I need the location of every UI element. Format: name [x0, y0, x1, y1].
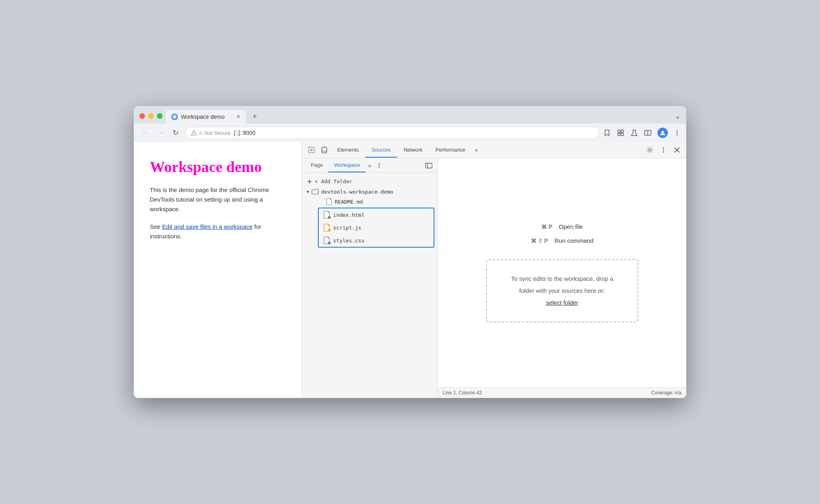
devtools-more-icon[interactable]: [657, 144, 669, 156]
svg-point-12: [677, 134, 678, 136]
devtools-panel: Elements Sources Network Performance »: [302, 142, 686, 398]
shortcut-open-keys: ⌘ P: [541, 224, 552, 230]
profile-avatar[interactable]: [657, 128, 668, 138]
tab-network[interactable]: Network: [397, 143, 429, 158]
sources-subtabs: Page Workspace »: [302, 158, 438, 173]
file-readme[interactable]: README.md: [302, 196, 438, 207]
file-css-icon: [323, 236, 331, 245]
svg-rect-5: [621, 133, 623, 136]
tabs-more-button[interactable]: »: [472, 143, 481, 157]
svg-point-20: [663, 152, 664, 153]
devtools-header-right: [644, 144, 683, 156]
file-html-name: index.html: [333, 212, 364, 218]
svg-point-14: [311, 149, 312, 151]
add-folder-label: + Add folder: [315, 178, 352, 184]
toolbar-icons: [603, 128, 681, 138]
bookmark-icon[interactable]: [603, 129, 611, 137]
devtools-tabs: Elements Sources Network Performance »: [302, 142, 686, 158]
svg-point-0: [173, 115, 177, 119]
forward-button[interactable]: →: [155, 127, 166, 138]
tab-close-button[interactable]: ×: [237, 113, 240, 120]
file-index-html[interactable]: index.html: [319, 208, 434, 221]
svg-rect-2: [618, 130, 620, 132]
shortcut-run-keys: ⌘ ⇧ P: [531, 238, 548, 244]
svg-point-18: [663, 148, 664, 149]
device-toolbar-icon[interactable]: [318, 142, 331, 158]
traffic-lights: [139, 113, 163, 124]
tab-performance[interactable]: Performance: [429, 143, 472, 158]
shortcut-open-file: ⌘ P Open file: [541, 223, 583, 230]
security-warning: ! ⚠ Not Secure: [191, 130, 231, 136]
tab-title: Workspace demo: [181, 114, 225, 120]
svg-point-17: [649, 149, 651, 151]
svg-point-25: [379, 167, 380, 168]
devtools-settings-icon[interactable]: [644, 144, 656, 156]
maximize-traffic-light[interactable]: [157, 113, 163, 119]
file-styles-css[interactable]: styles.css: [319, 234, 434, 247]
svg-point-10: [677, 130, 678, 132]
page-see-also: See Edit and save files in a workspace f…: [150, 222, 285, 241]
svg-point-11: [677, 132, 678, 134]
labs-icon[interactable]: [630, 129, 638, 137]
svg-rect-4: [618, 133, 620, 136]
new-tab-button[interactable]: +: [249, 111, 260, 122]
address-bar[interactable]: ! ⚠ Not Secure [::]::8000: [185, 127, 599, 139]
drop-zone-text: To sync edits to the workspace, drop a f…: [511, 275, 613, 294]
subtab-workspace[interactable]: Workspace: [328, 158, 366, 172]
sources-collapse-icon[interactable]: [423, 160, 434, 171]
shortcut-run-label: Run command: [555, 237, 594, 244]
workspace-folder[interactable]: ▼ devtools-workspace-demo: [302, 187, 438, 196]
file-group-highlight: index.html script.js: [318, 208, 434, 248]
shortcut-open-label: Open file: [559, 223, 583, 230]
svg-point-19: [663, 150, 664, 151]
page-title: Workspace demo: [150, 158, 285, 176]
tab-favicon: [171, 114, 178, 120]
reload-button[interactable]: ↻: [170, 127, 181, 138]
tab-list-button[interactable]: ⌄: [675, 112, 681, 120]
sources-more-options[interactable]: [374, 160, 385, 171]
url-text: [::]::8000: [234, 130, 255, 136]
sources-panel-right: [423, 160, 434, 171]
tab-sources[interactable]: Sources: [365, 143, 397, 158]
close-traffic-light[interactable]: [139, 113, 145, 119]
sources-tree: + Add folder ▼ devtools-workspace-demo R…: [302, 173, 438, 252]
sources-main-area: ⌘ P Open file ⌘ ⇧ P Run command To sync …: [438, 158, 686, 387]
file-script-js[interactable]: script.js: [319, 221, 434, 234]
file-js-name: script.js: [333, 225, 361, 231]
minimize-traffic-light[interactable]: [148, 113, 154, 119]
svg-point-24: [379, 165, 380, 166]
statusbar-position: Line 1, Column 42: [443, 390, 482, 396]
devtools-inner: Page Workspace »: [302, 158, 686, 398]
page-body: This is the demo page for the official C…: [150, 185, 285, 214]
split-screen-icon[interactable]: [644, 129, 652, 137]
add-folder-button[interactable]: + Add folder: [302, 176, 438, 187]
subtab-page[interactable]: Page: [305, 158, 328, 172]
statusbar-coverage: Coverage: n/a: [651, 390, 681, 396]
folder-icon: [312, 188, 319, 195]
sources-panel: Page Workspace »: [302, 158, 438, 398]
workspace-link[interactable]: Edit and save files in a workspace: [162, 223, 253, 230]
file-css-name: styles.css: [333, 238, 364, 244]
file-html-icon: [323, 210, 331, 219]
inspect-element-icon[interactable]: [305, 142, 318, 158]
svg-rect-15: [322, 147, 327, 153]
shortcut-run-command: ⌘ ⇧ P Run command: [531, 237, 594, 244]
browser-tab[interactable]: Workspace demo ×: [166, 110, 246, 124]
main-area: Workspace demo This is the demo page for…: [134, 142, 686, 398]
back-button[interactable]: ←: [139, 127, 151, 138]
svg-rect-13: [309, 147, 314, 153]
devtools-close-icon[interactable]: [671, 144, 683, 156]
folder-chevron: ▼: [307, 190, 309, 194]
chrome-menu-icon[interactable]: [673, 129, 681, 136]
drop-zone[interactable]: To sync edits to the workspace, drop a f…: [486, 259, 638, 322]
tab-elements[interactable]: Elements: [331, 143, 365, 158]
file-js-icon: [323, 223, 331, 232]
folder-name: devtools-workspace-demo: [321, 189, 393, 195]
select-folder-link[interactable]: select folder: [546, 299, 579, 306]
svg-text:!: !: [193, 132, 194, 135]
svg-point-9: [661, 131, 664, 133]
svg-rect-26: [426, 163, 432, 168]
extensions-icon[interactable]: [617, 129, 625, 137]
webpage-content: Workspace demo This is the demo page for…: [134, 142, 302, 398]
subtabs-more-button[interactable]: »: [366, 159, 374, 172]
